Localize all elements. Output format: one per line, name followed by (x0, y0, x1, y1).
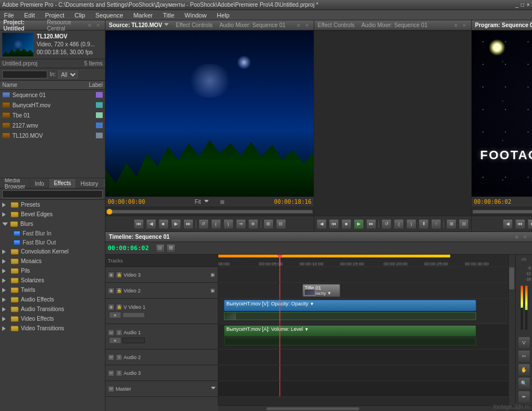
ec-panel-close[interactable]: × (461, 22, 468, 29)
tab-info[interactable]: Info (30, 179, 50, 188)
track-lock-btn-v3[interactable]: 🔒 (116, 272, 122, 278)
fit-dropdown-icon[interactable] (204, 200, 209, 204)
insert-btn[interactable]: ⇥ (236, 219, 246, 229)
clip-opacity-dropdown[interactable]: ▼ (327, 291, 332, 296)
track-mute-btn-a2[interactable]: M (108, 354, 115, 361)
effect-fast-blur-in[interactable]: Fast Blur In (0, 229, 105, 238)
safe-zones-btn[interactable]: ⊞ (263, 219, 274, 229)
panel-close-icon[interactable]: × (95, 22, 102, 29)
effects-search-input[interactable] (2, 190, 103, 198)
effects-group-audio-transitions[interactable]: Audio Transitions (0, 304, 105, 314)
tool-zoom[interactable]: 🔍 (518, 377, 530, 390)
tool-select[interactable]: V (518, 336, 530, 349)
output-btn[interactable]: ⊟ (276, 219, 286, 229)
step-fwd-btn[interactable]: ⏭ (183, 219, 194, 229)
ec-mark-out-btn[interactable]: } (406, 219, 416, 229)
track-expand-btn-v1[interactable]: ▼ (109, 312, 121, 318)
clip-video1-main[interactable]: ВыпускHT.mov [V]: Opacity: Opacity ▼ (224, 300, 476, 311)
effects-group-bevel[interactable]: Bevel Edges (0, 209, 105, 219)
effects-group-solarizes[interactable]: Solarizes (0, 276, 105, 285)
track-mute-btn-a1[interactable]: M (108, 329, 115, 336)
timeline-panel-menu[interactable]: ≡ (513, 234, 520, 241)
step-back-btn[interactable]: ⏮ (134, 219, 144, 229)
clip-title01[interactable]: Title 01 fx: Opacity ▼ (302, 284, 340, 297)
play-back-btn[interactable]: ◀ (146, 219, 156, 229)
tl-snap-btn[interactable]: ⊡ (156, 244, 165, 253)
panel-menu-icon[interactable]: ≡ (86, 22, 93, 29)
source-timeline-scrubber[interactable] (105, 207, 314, 216)
source-panel-menu[interactable]: ≡ (295, 22, 302, 29)
resource-central-tab[interactable]: Resource Central (47, 19, 86, 32)
audio-mixer-tab[interactable]: Audio Mixer: Sequence 01 (219, 22, 285, 28)
ec-loop-btn[interactable]: ↺ (381, 219, 392, 229)
ec-stop-btn[interactable]: ■ (341, 219, 351, 229)
close-btn[interactable]: × (526, 2, 530, 8)
timeline-vscrollbar[interactable] (508, 255, 515, 405)
ec-safe-btn[interactable]: ⊞ (446, 219, 456, 229)
menu-project[interactable]: Project (43, 11, 66, 19)
menu-edit[interactable]: Edit (23, 11, 37, 19)
ec-lift-btn[interactable]: ⬆ (419, 219, 429, 229)
track-vis-btn-v3[interactable]: ◉ (108, 272, 115, 278)
ec-extract-btn[interactable]: ↑ (431, 219, 441, 229)
overlay-btn[interactable]: ⊕ (248, 219, 258, 229)
tool-pen[interactable]: ✒ (518, 391, 530, 403)
prog-step-back-btn[interactable]: ⏮ (515, 219, 525, 229)
master-expand-icon[interactable] (211, 387, 216, 391)
ec-step-back-btn[interactable]: ⏮ (329, 219, 339, 229)
ec-mark-in-btn[interactable]: { (394, 219, 404, 229)
timeline-timecode[interactable]: 00:00:06:02 (108, 244, 149, 252)
loop-btn[interactable]: ↺ (199, 219, 209, 229)
list-item[interactable]: Sequence 01 (0, 90, 105, 100)
ec-panel-menu[interactable]: ≡ (452, 22, 459, 29)
tool-hand[interactable]: ✋ (518, 364, 530, 376)
tool-razor[interactable]: ✂ (518, 350, 530, 362)
ec-output-btn2[interactable]: ⊟ (459, 219, 469, 229)
source-timecode-start[interactable]: 00:00:00:00 (108, 199, 145, 205)
effects-group-blurs[interactable]: Blurs (0, 219, 105, 229)
source-tab-dropdown[interactable] (164, 23, 169, 28)
timeline-ruler[interactable]: 00:00 00:00:05:00 00:00:10:00 00:00:15:0… (218, 255, 508, 267)
project-in-select[interactable]: All (58, 71, 78, 78)
list-item[interactable]: 2127.wmv (0, 120, 105, 130)
track-expand-v2[interactable]: ▶ (210, 288, 216, 294)
track-expand-btn-a1[interactable]: ▼ (109, 337, 121, 344)
effects-group-mosaics[interactable]: Mosaics (0, 256, 105, 266)
menu-title[interactable]: Title (161, 11, 176, 19)
effect-fast-blur-out[interactable]: Fast Blur Out (0, 238, 105, 247)
track-mute-btn-a3[interactable]: M (108, 370, 115, 377)
ec-play-back-btn[interactable]: ◀ (316, 219, 327, 229)
effects-group-video-effects[interactable]: Video Effects (0, 314, 105, 323)
effect-controls-tab[interactable]: Effect Controls (175, 22, 212, 28)
effects-group-audio-effects[interactable]: Audio Effects (0, 295, 105, 304)
stop-btn[interactable]: ■ (159, 219, 169, 229)
source-panel-close[interactable]: × (304, 22, 310, 29)
track-solo-btn-a3[interactable]: S (116, 370, 122, 377)
minimize-btn[interactable]: _ (516, 2, 519, 8)
menu-file[interactable]: File (2, 11, 16, 19)
clip-audio1-main[interactable]: ВыпускHT.mov [A]: Volume: Level ▼ (224, 325, 476, 336)
track-mute-btn-master[interactable]: M (108, 386, 115, 392)
track-vis-btn-v2[interactable]: ◉ (108, 287, 115, 294)
track-vis-btn-v1[interactable]: ◉ (108, 304, 115, 311)
effects-panel-menu[interactable]: ≡ (103, 181, 105, 188)
track-lock-btn-v1[interactable]: 🔒 (116, 304, 122, 311)
effects-group-pils[interactable]: Pils (0, 266, 105, 276)
tab-media-browser[interactable]: Media Browser (0, 179, 30, 188)
list-item[interactable]: ВыпускHT.mov (0, 100, 105, 110)
ec-play-btn[interactable]: ▶ (354, 219, 364, 229)
prog-stop-btn[interactable]: ■ (527, 219, 533, 229)
safe-margins-icon[interactable] (220, 200, 225, 204)
clip-opacity-dd[interactable]: ▼ (310, 301, 314, 307)
list-item[interactable]: Tbe 01 (0, 110, 105, 120)
timeline-hscrollbar[interactable] (218, 405, 532, 411)
vscrollbar-thumb[interactable] (509, 267, 515, 290)
program-timecode[interactable]: 00:00:06:02 (474, 199, 511, 205)
menu-clip[interactable]: Clip (73, 11, 87, 19)
effects-group-video-transitions[interactable]: Video Transitions (0, 323, 105, 333)
project-search-input[interactable] (2, 71, 47, 78)
menu-marker[interactable]: Marker (131, 11, 154, 19)
timeline-panel-close[interactable]: × (522, 234, 529, 241)
tab-history[interactable]: History (76, 179, 103, 188)
program-timeline-scrubber[interactable] (472, 207, 532, 216)
